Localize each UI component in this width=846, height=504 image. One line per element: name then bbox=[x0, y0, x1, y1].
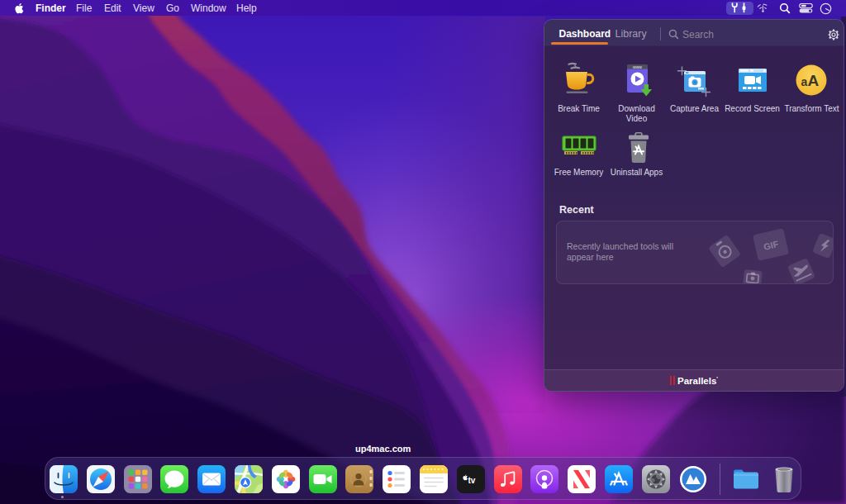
svg-text:GIF: GIF bbox=[763, 239, 780, 252]
svg-text:A: A bbox=[808, 72, 820, 89]
svg-text:a: a bbox=[801, 75, 808, 88]
svg-text:www: www bbox=[633, 64, 642, 69]
svg-text:tv: tv bbox=[468, 476, 475, 485]
